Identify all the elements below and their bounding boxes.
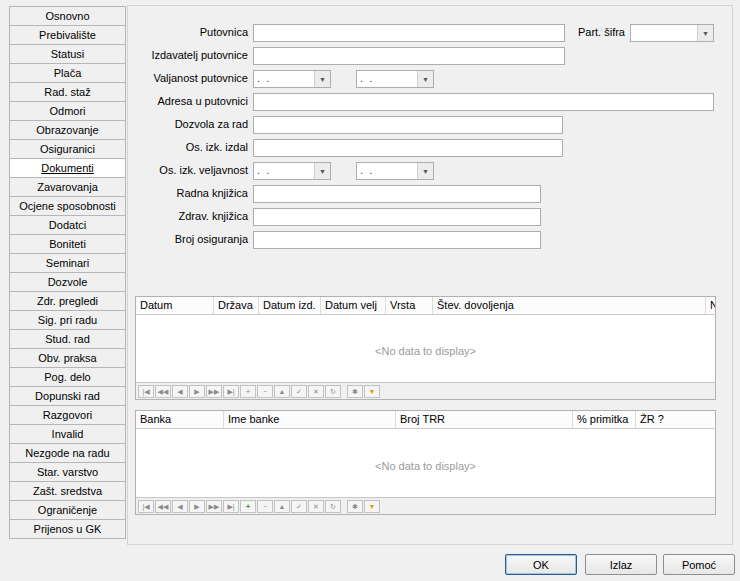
form-row-izdavatelj-putovnice: Izdavatelj putovnice — [130, 47, 722, 65]
nav-cancel-button[interactable]: ✕ — [308, 385, 324, 398]
sidebar-item-invalid[interactable]: Invalid — [9, 424, 126, 444]
nav-filter-custom-button[interactable]: ✱ — [347, 385, 363, 398]
nav-filter-button[interactable]: ▼ — [364, 500, 380, 513]
os-izk-veljavnost-to-combo[interactable]: . .▼ — [356, 162, 434, 180]
documents-column-header-0[interactable]: Datum — [136, 297, 214, 314]
nav-last-button[interactable]: ▶| — [223, 385, 239, 398]
sidebar-item-odmori[interactable]: Odmori — [9, 101, 126, 121]
nav-post-button[interactable]: ✓ — [291, 385, 307, 398]
documents-column-header-5[interactable]: Štev. dovoljenja — [433, 297, 706, 314]
chevron-down-icon[interactable]: ▼ — [314, 163, 330, 179]
part-sifra-combo[interactable]: ▼ — [630, 24, 714, 42]
sidebar-item-zdr-pregledi[interactable]: Zdr. pregledi — [9, 291, 126, 311]
banks-column-header-3[interactable]: % primitka — [573, 411, 636, 428]
chevron-down-icon[interactable]: ▼ — [417, 163, 433, 179]
nav-cancel-button[interactable]: ✕ — [308, 500, 324, 513]
documents-form: PutovnicaPart. šifra▼Izdavatelj putovnic… — [130, 24, 722, 294]
nav-filter-custom-button[interactable]: ✱ — [347, 500, 363, 513]
sidebar-item-dozvole[interactable]: Dozvole — [9, 272, 126, 292]
nav-refresh-button[interactable]: ↻ — [325, 385, 341, 398]
nav-filter-button[interactable]: ▼ — [364, 385, 380, 398]
sidebar-item-obv-praksa[interactable]: Obv. praksa — [9, 348, 126, 368]
izdavatelj-putovnice-input[interactable] — [253, 47, 565, 65]
part-sifra-combo-value — [631, 25, 697, 41]
radna-knjizica-input[interactable] — [253, 185, 541, 203]
nav-prior-page-button[interactable]: ◀◀ — [155, 385, 171, 398]
sidebar-item-razgovori[interactable]: Razgovori — [9, 405, 126, 425]
sidebar-item-prebivaliste[interactable]: Prebivalište — [9, 25, 126, 45]
banks-grid: BankaIme bankeBroj TRR% primitkaŽR ? <No… — [135, 410, 716, 515]
os-izk-izdal-input[interactable] — [253, 139, 563, 157]
putovnica-input[interactable] — [253, 24, 565, 42]
nav-delete-button[interactable]: − — [257, 385, 273, 398]
nav-first-button[interactable]: |◀ — [138, 385, 154, 398]
sidebar-item-seminari[interactable]: Seminari — [9, 253, 126, 273]
sidebar-item-pog-delo[interactable]: Pog. delo — [9, 367, 126, 387]
sidebar-item-boniteti[interactable]: Boniteti — [9, 234, 126, 254]
sidebar-item-rad-staz[interactable]: Rad. staž — [9, 82, 126, 102]
sidebar-item-placa[interactable]: Plača — [9, 63, 126, 83]
sidebar-item-statusi[interactable]: Statusi — [9, 44, 126, 64]
chevron-down-icon[interactable]: ▼ — [697, 25, 713, 41]
banks-grid-header: BankaIme bankeBroj TRR% primitkaŽR ? — [136, 411, 715, 429]
ok-button[interactable]: OK — [505, 554, 577, 575]
nav-prior-button[interactable]: ◀ — [172, 500, 188, 513]
documents-column-header-4[interactable]: Vrsta — [386, 297, 433, 314]
sidebar-item-ogranicenje[interactable]: Ograničenje — [9, 500, 126, 520]
nav-next-button[interactable]: ▶ — [189, 500, 205, 513]
chevron-down-icon[interactable]: ▼ — [417, 71, 433, 87]
form-row-valjanost-putovnice: Valjanost putovnice. .▼. .▼ — [130, 70, 722, 88]
nav-last-button[interactable]: ▶| — [223, 500, 239, 513]
documents-grid-header: DatumDržavaDatum izd.Datum veljVrstaŠtev… — [136, 297, 715, 315]
nav-refresh-button[interactable]: ↻ — [325, 500, 341, 513]
pomoc-button[interactable]: Pomoć — [663, 554, 735, 575]
sidebar-item-osnovno[interactable]: Osnovno — [9, 6, 126, 26]
sidebar-item-dodatci[interactable]: Dodatci — [9, 215, 126, 235]
dozvola-za-rad-input[interactable] — [253, 116, 563, 134]
valjanost-putovnice-label: Valjanost putovnice — [130, 72, 248, 84]
nav-delete-button[interactable]: − — [257, 500, 273, 513]
valjanost-putovnice-from-combo[interactable]: . .▼ — [253, 70, 331, 88]
nav-insert-button[interactable]: + — [240, 385, 256, 398]
sidebar-item-osiguranici[interactable]: Osiguranici — [9, 139, 126, 159]
nav-prior-button[interactable]: ◀ — [172, 385, 188, 398]
banks-column-header-1[interactable]: Ime banke — [224, 411, 396, 428]
adresa-u-putovnici-input[interactable] — [253, 93, 714, 111]
form-row-adresa-u-putovnici: Adresa u putovnici — [130, 93, 722, 111]
sidebar-item-prijenos-u-gk[interactable]: Prijenos u GK — [9, 519, 126, 539]
banks-column-header-0[interactable]: Banka — [136, 411, 224, 428]
sidebar-item-ocjene-sposobnosti[interactable]: Ocjene sposobnosti — [9, 196, 126, 216]
valjanost-putovnice-to-combo[interactable]: . .▼ — [356, 70, 434, 88]
sidebar-item-obrazovanje[interactable]: Obrazovanje — [9, 120, 126, 140]
nav-post-button[interactable]: ✓ — [291, 500, 307, 513]
os-izk-veljavnost-from-combo[interactable]: . .▼ — [253, 162, 331, 180]
banks-column-header-4[interactable]: ŽR ? — [636, 411, 715, 428]
nav-prior-page-button[interactable]: ◀◀ — [155, 500, 171, 513]
nav-next-page-button[interactable]: ▶▶ — [206, 385, 222, 398]
nav-insert-button[interactable]: + — [240, 500, 256, 513]
sidebar-item-zast-sredstva[interactable]: Zašt. sredstva — [9, 481, 126, 501]
sidebar-item-stud-rad[interactable]: Stud. rad — [9, 329, 126, 349]
valjanost-putovnice-from-combo-value: . . — [254, 71, 314, 87]
sidebar-item-zavarovanja[interactable]: Zavarovanja — [9, 177, 126, 197]
documents-column-header-2[interactable]: Datum izd. — [259, 297, 321, 314]
chevron-down-icon[interactable]: ▼ — [314, 71, 330, 87]
sidebar-item-star-varstvo[interactable]: Star. varstvo — [9, 462, 126, 482]
zdrav-knjizica-input[interactable] — [253, 208, 541, 226]
documents-column-header-3[interactable]: Datum velj — [321, 297, 386, 314]
nav-edit-button[interactable]: ▲ — [274, 500, 290, 513]
sidebar-item-dokumenti[interactable]: Dokumenti — [9, 158, 126, 178]
documents-column-header-6[interactable]: N — [706, 297, 715, 314]
nav-edit-button[interactable]: ▲ — [274, 385, 290, 398]
nav-first-button[interactable]: |◀ — [138, 500, 154, 513]
nav-next-page-button[interactable]: ▶▶ — [206, 500, 222, 513]
documents-column-header-1[interactable]: Država — [214, 297, 259, 314]
sidebar-item-nezgode-na-radu[interactable]: Nezgode na radu — [9, 443, 126, 463]
izlaz-button[interactable]: Izlaz — [585, 554, 657, 575]
broj-osiguranja-input[interactable] — [253, 231, 541, 249]
sidebar-item-sig-pri-radu[interactable]: Sig. pri radu — [9, 310, 126, 330]
banks-column-header-2[interactable]: Broj TRR — [396, 411, 573, 428]
form-row-zdrav-knjizica: Zdrav. knjižica — [130, 208, 722, 226]
sidebar-item-dopunski-rad[interactable]: Dopunski rad — [9, 386, 126, 406]
nav-next-button[interactable]: ▶ — [189, 385, 205, 398]
